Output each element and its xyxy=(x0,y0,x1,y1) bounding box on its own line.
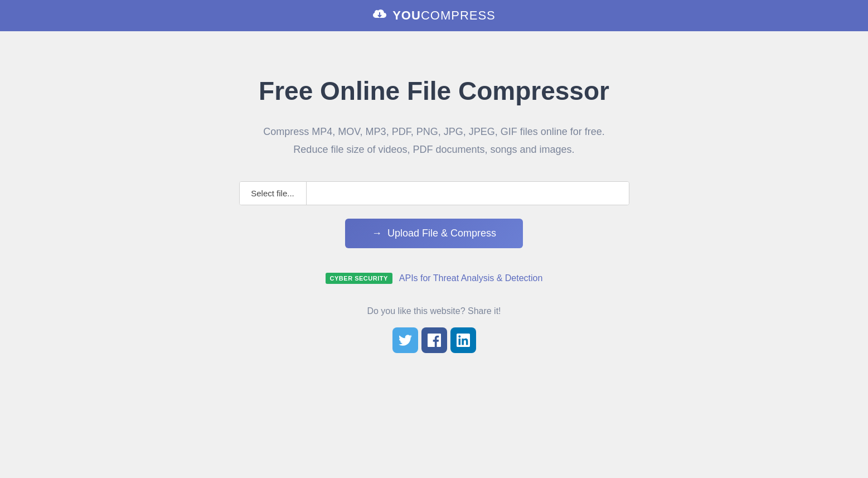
cloud-upload-icon xyxy=(372,8,387,23)
cyber-security-badge: CYBER SECURITY xyxy=(326,273,392,284)
twitter-share-button[interactable] xyxy=(392,327,418,353)
select-file-button[interactable]: Select file... xyxy=(240,182,307,205)
brand-name: YOUCOMPRESS xyxy=(392,8,496,23)
linkedin-icon xyxy=(457,334,470,347)
social-share-buttons xyxy=(392,327,476,353)
page-title: Free Online File Compressor xyxy=(259,76,609,106)
page-subtitle: Compress MP4, MOV, MP3, PDF, PNG, JPG, J… xyxy=(263,123,605,159)
linkedin-share-button[interactable] xyxy=(450,327,476,353)
security-api-link[interactable]: APIs for Threat Analysis & Detection xyxy=(399,273,543,283)
main-content: Free Online File Compressor Compress MP4… xyxy=(0,31,868,353)
facebook-icon xyxy=(428,334,441,347)
file-name-display[interactable] xyxy=(307,182,629,205)
facebook-share-button[interactable] xyxy=(421,327,447,353)
upload-compress-button[interactable]: → Upload File & Compress xyxy=(345,219,523,248)
twitter-icon xyxy=(399,334,412,347)
arrow-right-icon: → xyxy=(372,228,382,239)
site-header: YOUCOMPRESS xyxy=(0,0,868,31)
security-row: CYBER SECURITY APIs for Threat Analysis … xyxy=(326,273,543,284)
share-text: Do you like this website? Share it! xyxy=(367,306,501,316)
file-input-group: Select file... xyxy=(239,181,629,205)
